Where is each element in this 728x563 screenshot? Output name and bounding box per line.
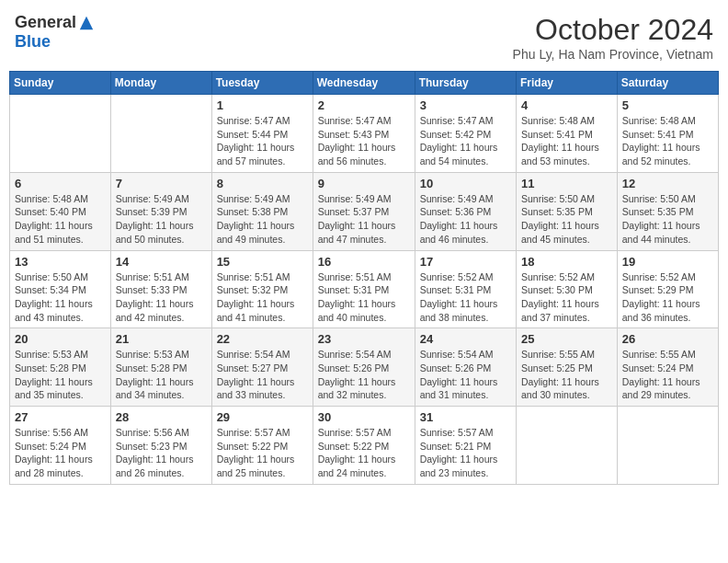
calendar-cell: 15Sunrise: 5:51 AM Sunset: 5:32 PM Dayli… — [211, 250, 313, 328]
month-title: October 2024 — [513, 13, 713, 47]
day-number: 21 — [116, 332, 207, 346]
day-number: 1 — [217, 98, 308, 112]
calendar-cell: 31Sunrise: 5:57 AM Sunset: 5:21 PM Dayli… — [415, 407, 516, 485]
day-detail: Sunrise: 5:47 AM Sunset: 5:43 PM Dayligh… — [318, 114, 410, 168]
calendar-cell: 16Sunrise: 5:51 AM Sunset: 5:31 PM Dayli… — [313, 250, 415, 328]
day-detail: Sunrise: 5:50 AM Sunset: 5:35 PM Dayligh… — [622, 192, 713, 247]
day-number: 6 — [15, 177, 106, 190]
calendar-cell — [10, 95, 111, 173]
location-title: Phu Ly, Ha Nam Province, Vietnam — [513, 47, 713, 62]
day-detail: Sunrise: 5:47 AM Sunset: 5:42 PM Dayligh… — [420, 114, 511, 168]
day-number: 7 — [116, 177, 207, 190]
calendar-week-row: 13Sunrise: 5:50 AM Sunset: 5:34 PM Dayli… — [10, 250, 719, 328]
day-number: 13 — [15, 255, 106, 269]
day-number: 12 — [622, 177, 713, 190]
day-number: 8 — [217, 177, 308, 190]
day-number: 9 — [318, 177, 410, 190]
day-number: 2 — [318, 98, 410, 112]
day-detail: Sunrise: 5:49 AM Sunset: 5:37 PM Dayligh… — [318, 192, 410, 247]
day-detail: Sunrise: 5:51 AM Sunset: 5:32 PM Dayligh… — [217, 270, 308, 325]
day-number: 28 — [116, 410, 207, 424]
calendar-cell — [110, 95, 211, 173]
calendar-cell: 3Sunrise: 5:47 AM Sunset: 5:42 PM Daylig… — [415, 95, 516, 173]
title-section: October 2024 Phu Ly, Ha Nam Province, Vi… — [513, 13, 713, 62]
day-number: 29 — [217, 410, 308, 424]
calendar-cell: 9Sunrise: 5:49 AM Sunset: 5:37 PM Daylig… — [313, 172, 415, 250]
day-number: 11 — [521, 177, 612, 190]
calendar-cell: 8Sunrise: 5:49 AM Sunset: 5:38 PM Daylig… — [211, 172, 313, 250]
day-detail: Sunrise: 5:57 AM Sunset: 5:21 PM Dayligh… — [420, 426, 511, 480]
calendar-week-row: 27Sunrise: 5:56 AM Sunset: 5:24 PM Dayli… — [10, 407, 719, 485]
weekday-header-wednesday: Wednesday — [313, 72, 415, 95]
day-number: 18 — [521, 255, 612, 269]
calendar-cell: 7Sunrise: 5:49 AM Sunset: 5:39 PM Daylig… — [110, 172, 211, 250]
day-number: 24 — [420, 332, 511, 346]
day-number: 4 — [521, 98, 612, 112]
weekday-header-sunday: Sunday — [10, 72, 111, 95]
calendar-header: SundayMondayTuesdayWednesdayThursdayFrid… — [10, 72, 719, 95]
weekday-header-monday: Monday — [110, 72, 211, 95]
calendar-cell: 6Sunrise: 5:48 AM Sunset: 5:40 PM Daylig… — [10, 172, 111, 250]
day-number: 14 — [116, 255, 207, 269]
calendar-cell: 13Sunrise: 5:50 AM Sunset: 5:34 PM Dayli… — [10, 250, 111, 328]
calendar-cell: 4Sunrise: 5:48 AM Sunset: 5:41 PM Daylig… — [517, 95, 618, 173]
calendar-week-row: 6Sunrise: 5:48 AM Sunset: 5:40 PM Daylig… — [10, 172, 719, 250]
weekday-header-tuesday: Tuesday — [211, 72, 313, 95]
day-number: 20 — [15, 332, 106, 346]
calendar-cell: 12Sunrise: 5:50 AM Sunset: 5:35 PM Dayli… — [617, 172, 718, 250]
day-number: 25 — [521, 332, 612, 346]
calendar-cell: 22Sunrise: 5:54 AM Sunset: 5:27 PM Dayli… — [211, 328, 313, 407]
day-detail: Sunrise: 5:54 AM Sunset: 5:27 PM Dayligh… — [217, 348, 308, 402]
calendar-cell — [517, 407, 618, 485]
calendar-cell: 20Sunrise: 5:53 AM Sunset: 5:28 PM Dayli… — [10, 328, 111, 407]
calendar-cell: 1Sunrise: 5:47 AM Sunset: 5:44 PM Daylig… — [211, 95, 313, 173]
day-number: 26 — [622, 332, 713, 346]
day-number: 15 — [217, 255, 308, 269]
logo-blue-text: Blue — [15, 32, 51, 52]
weekday-header-friday: Friday — [517, 72, 618, 95]
calendar-cell: 5Sunrise: 5:48 AM Sunset: 5:41 PM Daylig… — [617, 95, 718, 173]
calendar-week-row: 20Sunrise: 5:53 AM Sunset: 5:28 PM Dayli… — [10, 328, 719, 407]
calendar-cell: 2Sunrise: 5:47 AM Sunset: 5:43 PM Daylig… — [313, 95, 415, 173]
day-detail: Sunrise: 5:47 AM Sunset: 5:44 PM Dayligh… — [217, 114, 308, 168]
calendar-cell: 30Sunrise: 5:57 AM Sunset: 5:22 PM Dayli… — [313, 407, 415, 485]
day-detail: Sunrise: 5:53 AM Sunset: 5:28 PM Dayligh… — [15, 348, 106, 402]
day-detail: Sunrise: 5:57 AM Sunset: 5:22 PM Dayligh… — [217, 426, 308, 480]
day-detail: Sunrise: 5:55 AM Sunset: 5:25 PM Dayligh… — [521, 348, 612, 402]
svg-marker-0 — [80, 16, 93, 29]
day-detail: Sunrise: 5:51 AM Sunset: 5:33 PM Dayligh… — [116, 270, 207, 325]
calendar-cell: 27Sunrise: 5:56 AM Sunset: 5:24 PM Dayli… — [10, 407, 111, 485]
logo: General Blue — [15, 13, 95, 52]
day-detail: Sunrise: 5:48 AM Sunset: 5:40 PM Dayligh… — [15, 192, 106, 247]
calendar-body: 1Sunrise: 5:47 AM Sunset: 5:44 PM Daylig… — [10, 95, 719, 485]
day-number: 22 — [217, 332, 308, 346]
day-number: 19 — [622, 255, 713, 269]
weekday-header-saturday: Saturday — [617, 72, 718, 95]
weekday-header-thursday: Thursday — [415, 72, 516, 95]
calendar-cell: 26Sunrise: 5:55 AM Sunset: 5:24 PM Dayli… — [617, 328, 718, 407]
calendar-cell: 11Sunrise: 5:50 AM Sunset: 5:35 PM Dayli… — [517, 172, 618, 250]
calendar-cell: 17Sunrise: 5:52 AM Sunset: 5:31 PM Dayli… — [415, 250, 516, 328]
day-detail: Sunrise: 5:54 AM Sunset: 5:26 PM Dayligh… — [318, 348, 410, 402]
day-number: 23 — [318, 332, 410, 346]
day-detail: Sunrise: 5:56 AM Sunset: 5:23 PM Dayligh… — [116, 426, 207, 480]
day-detail: Sunrise: 5:50 AM Sunset: 5:35 PM Dayligh… — [521, 192, 612, 247]
day-number: 5 — [622, 98, 713, 112]
calendar-cell: 29Sunrise: 5:57 AM Sunset: 5:22 PM Dayli… — [211, 407, 313, 485]
calendar-cell: 24Sunrise: 5:54 AM Sunset: 5:26 PM Dayli… — [415, 328, 516, 407]
calendar-cell: 19Sunrise: 5:52 AM Sunset: 5:29 PM Dayli… — [617, 250, 718, 328]
day-detail: Sunrise: 5:55 AM Sunset: 5:24 PM Dayligh… — [622, 348, 713, 402]
day-detail: Sunrise: 5:52 AM Sunset: 5:31 PM Dayligh… — [420, 270, 511, 325]
calendar-week-row: 1Sunrise: 5:47 AM Sunset: 5:44 PM Daylig… — [10, 95, 719, 173]
day-number: 3 — [420, 98, 511, 112]
day-detail: Sunrise: 5:48 AM Sunset: 5:41 PM Dayligh… — [622, 114, 713, 168]
calendar-cell: 18Sunrise: 5:52 AM Sunset: 5:30 PM Dayli… — [517, 250, 618, 328]
weekday-header-row: SundayMondayTuesdayWednesdayThursdayFrid… — [10, 72, 719, 95]
day-detail: Sunrise: 5:51 AM Sunset: 5:31 PM Dayligh… — [318, 270, 410, 325]
calendar-table: SundayMondayTuesdayWednesdayThursdayFrid… — [9, 71, 719, 485]
day-number: 17 — [420, 255, 511, 269]
calendar-cell: 28Sunrise: 5:56 AM Sunset: 5:23 PM Dayli… — [110, 407, 211, 485]
calendar-cell: 23Sunrise: 5:54 AM Sunset: 5:26 PM Dayli… — [313, 328, 415, 407]
day-number: 16 — [318, 255, 410, 269]
day-number: 10 — [420, 177, 511, 190]
